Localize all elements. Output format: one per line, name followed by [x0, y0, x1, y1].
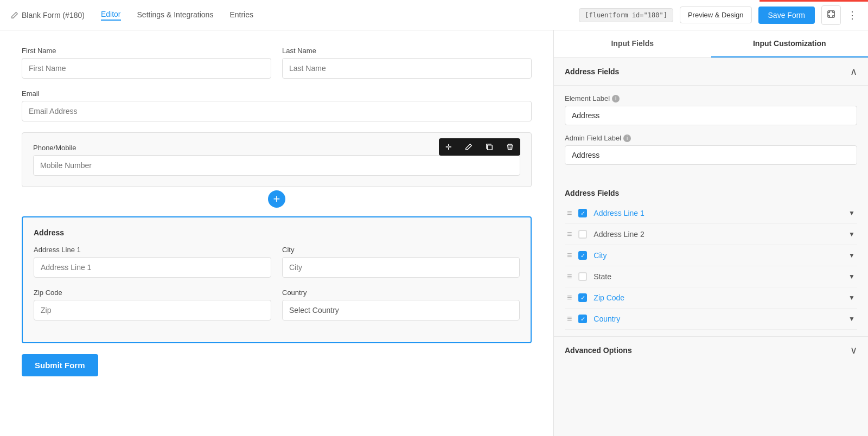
field-checkbox[interactable]	[578, 315, 587, 323]
zip-country-row: Zip Code Country Select Country	[34, 288, 520, 320]
main-layout: First Name Last Name Email ✛	[0, 30, 868, 436]
advanced-options-section: Advanced Options ∨	[554, 336, 868, 364]
toolbar-copy-button[interactable]	[479, 139, 500, 155]
field-item-label: Address Line 2	[593, 230, 842, 239]
tab-entries[interactable]: Entries	[229, 10, 253, 20]
name-row: First Name Last Name	[22, 47, 532, 79]
panel-tabs: Input Fields Input Customization	[554, 30, 868, 58]
country-field: Country Select Country	[282, 288, 520, 320]
shortcode-display: [fluentform id="180"]	[579, 8, 673, 22]
last-name-label: Last Name	[282, 47, 532, 55]
drag-handle-icon[interactable]: ≡	[567, 208, 572, 218]
drag-handle-icon[interactable]: ≡	[567, 251, 572, 260]
toolbar-edit-button[interactable]	[458, 139, 479, 155]
first-name-field: First Name	[22, 47, 271, 79]
phone-input[interactable]	[33, 155, 520, 176]
collapse-section-button[interactable]: ∧	[850, 66, 857, 78]
address-field-item: ≡Address Line 2▼	[565, 224, 857, 245]
address-line1-field: Address Line 1	[34, 246, 271, 278]
field-dropdown-arrow[interactable]: ▼	[848, 273, 855, 280]
field-checkbox[interactable]	[578, 230, 587, 239]
drag-handle-icon[interactable]: ≡	[567, 229, 572, 239]
address-fields-list-section: Address Fields ≡Address Line 1▼≡Address …	[554, 182, 868, 336]
element-label-input[interactable]	[565, 106, 857, 125]
address-section-title: Address Fields	[565, 67, 619, 76]
email-field: Email	[22, 89, 532, 121]
first-name-label: First Name	[22, 47, 271, 55]
address-line1-label: Address Line 1	[34, 246, 271, 254]
address-field-item: ≡State▼	[565, 266, 857, 287]
field-dropdown-arrow[interactable]: ▼	[848, 209, 855, 217]
tab-editor[interactable]: Editor	[101, 10, 121, 21]
form-title: Blank Form (#180)	[11, 11, 85, 20]
last-name-input[interactable]	[282, 58, 532, 79]
address-field-item: ≡City▼	[565, 245, 857, 266]
field-item-label[interactable]: Address Line 1	[593, 209, 842, 217]
address-field-item: ≡Zip Code▼	[565, 287, 857, 309]
toolbar-delete-button[interactable]	[500, 139, 520, 155]
address-line1-city-row: Address Line 1 City	[34, 246, 520, 278]
tab-input-fields[interactable]: Input Fields	[554, 30, 711, 57]
field-item-label[interactable]: Zip Code	[593, 293, 842, 302]
expand-button[interactable]	[821, 5, 841, 25]
svg-rect-0	[828, 11, 834, 17]
city-input[interactable]	[282, 257, 520, 278]
admin-field-label-input[interactable]	[565, 145, 857, 165]
address-field-item: ≡Country▼	[565, 309, 857, 330]
right-panel: Input Fields Input Customization Address…	[553, 30, 868, 436]
copy-icon	[486, 143, 493, 151]
element-label-group: Element Label i	[565, 94, 857, 125]
advanced-options-toggle[interactable]: ∨	[850, 344, 857, 356]
field-dropdown-arrow[interactable]: ▼	[848, 230, 855, 238]
email-input[interactable]	[22, 101, 532, 121]
add-field-button[interactable]: +	[268, 190, 285, 208]
drag-handle-icon[interactable]: ≡	[567, 272, 572, 281]
field-toolbar: ✛	[439, 138, 520, 156]
admin-field-label-group: Admin Field Label i	[565, 134, 857, 165]
delete-icon	[506, 143, 514, 151]
tab-settings[interactable]: Settings & Integrations	[137, 10, 214, 20]
field-item-label: State	[593, 272, 842, 281]
field-checkbox[interactable]	[578, 272, 587, 281]
preview-button[interactable]: Preview & Design	[680, 7, 752, 23]
admin-field-label-info-icon: i	[623, 134, 631, 142]
advanced-options-title: Advanced Options	[565, 346, 632, 355]
nav-right: [fluentform id="180"] Preview & Design S…	[579, 5, 857, 25]
admin-field-label-title: Admin Field Label i	[565, 134, 857, 142]
field-dropdown-arrow[interactable]: ▼	[848, 252, 855, 259]
element-label-title: Element Label i	[565, 94, 857, 102]
field-item-label[interactable]: Country	[593, 315, 842, 323]
drag-handle-icon[interactable]: ≡	[567, 314, 572, 324]
city-label: City	[282, 246, 520, 254]
field-item-label[interactable]: City	[593, 251, 842, 260]
add-button-container: +	[22, 190, 532, 208]
address-block: Address Address Line 1 City Zip Code	[22, 216, 532, 343]
submit-button[interactable]: Submit Form	[22, 354, 98, 376]
field-checkbox[interactable]	[578, 251, 587, 260]
svg-rect-1	[488, 145, 493, 150]
email-row: Email	[22, 89, 532, 121]
more-options-button[interactable]: ⋮	[847, 9, 857, 21]
field-dropdown-arrow[interactable]: ▼	[848, 315, 855, 323]
first-name-input[interactable]	[22, 58, 271, 79]
field-checkbox[interactable]	[578, 209, 587, 217]
country-label: Country	[282, 288, 520, 297]
element-label-info-icon: i	[612, 95, 620, 102]
last-name-field: Last Name	[282, 47, 532, 79]
drag-handle-icon[interactable]: ≡	[567, 293, 572, 303]
zip-input[interactable]	[34, 300, 271, 320]
edit-icon	[465, 143, 473, 151]
address-fields-list-title: Address Fields	[565, 189, 857, 197]
tab-input-customization[interactable]: Input Customization	[711, 30, 869, 57]
zip-label: Zip Code	[34, 288, 271, 297]
toolbar-move-button[interactable]: ✛	[439, 138, 458, 156]
address-line1-input[interactable]	[34, 257, 271, 278]
city-field: City	[282, 246, 520, 278]
top-nav: Blank Form (#180) Editor Settings & Inte…	[0, 0, 868, 30]
save-form-button[interactable]: Save Form	[758, 7, 815, 24]
field-dropdown-arrow[interactable]: ▼	[848, 294, 855, 302]
country-select[interactable]: Select Country	[282, 300, 520, 320]
nav-left: Blank Form (#180) Editor Settings & Inte…	[11, 10, 253, 21]
phone-block: ✛ Phone/Mobile	[22, 132, 532, 187]
field-checkbox[interactable]	[578, 293, 587, 302]
